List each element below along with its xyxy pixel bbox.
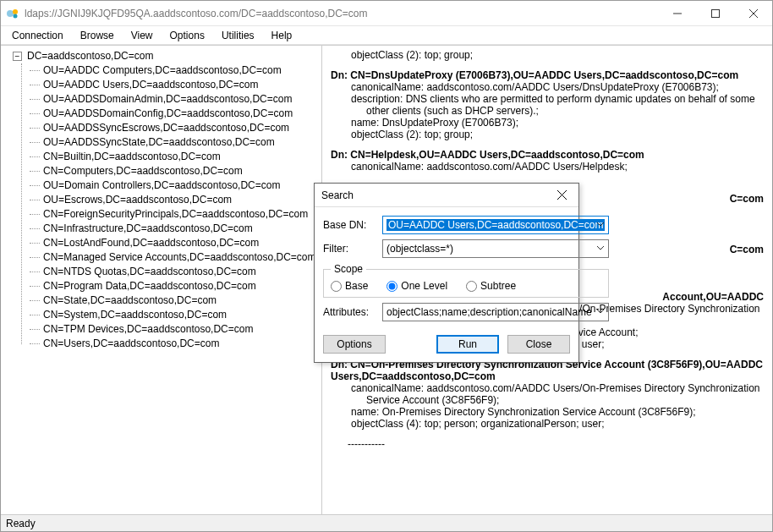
tree-item[interactable]: CN=TPM Devices,DC=aaddscontoso,DC=com xyxy=(21,322,320,337)
dialog-titlebar[interactable]: Search xyxy=(315,184,578,207)
svg-point-1 xyxy=(13,9,18,14)
chevron-down-icon xyxy=(596,220,605,228)
options-button[interactable]: Options xyxy=(323,335,386,354)
scope-legend: Scope xyxy=(331,263,366,275)
minimize-button[interactable] xyxy=(658,1,696,25)
base-dn-label: Base DN: xyxy=(323,219,379,231)
scope-radio-base[interactable]: Base xyxy=(331,280,368,292)
attr-line: description: DNS clients who are permitt… xyxy=(363,93,767,117)
dialog-close-action-button[interactable]: Close xyxy=(507,335,570,354)
tree-root-row[interactable]: − DC=aaddscontoso,DC=com xyxy=(4,49,320,63)
menu-options[interactable]: Options xyxy=(162,28,212,43)
window-title: ldaps://JGNIJ9KJQFD95QA.aaddscontoso.com… xyxy=(25,8,658,19)
close-button[interactable] xyxy=(734,1,772,25)
menubar: Connection Browse View Options Utilities… xyxy=(1,26,772,45)
tree-item[interactable]: CN=LostAndFound,DC=aaddscontoso,DC=com xyxy=(21,236,320,250)
window-controls xyxy=(658,1,772,25)
statusbar: Ready xyxy=(1,514,772,531)
result-block: Dn: CN=Helpdesk,OU=AADDC Users,DC=aaddsc… xyxy=(348,149,767,173)
scope-fieldset: Scope Base One Level Subtree xyxy=(323,263,609,298)
base-dn-combo[interactable]: OU=AADDC Users,DC=aaddscontoso,DC=com xyxy=(382,216,609,234)
tree-item[interactable]: OU=AADDC Users,DC=aaddscontoso,DC=com xyxy=(21,78,320,92)
result-block: objectClass (2): top; group; xyxy=(348,49,767,61)
tree-item[interactable]: OU=Escrows,DC=aaddscontoso,DC=com xyxy=(21,193,320,207)
dialog-close-button[interactable] xyxy=(551,185,572,206)
dialog-actions: Options Run Close xyxy=(315,328,578,362)
chevron-down-icon xyxy=(596,244,605,252)
menu-help[interactable]: Help xyxy=(264,28,300,43)
scope-radio-one-level[interactable]: One Level xyxy=(386,280,447,292)
attributes-combo[interactable]: objectClass;name;description;canonicalNa… xyxy=(382,303,609,321)
filter-value: (objectclass=*) xyxy=(386,243,453,255)
menu-browse[interactable]: Browse xyxy=(73,28,122,43)
titlebar: ldaps://JGNIJ9KJQFD95QA.aaddscontoso.com… xyxy=(1,1,772,26)
tree-item[interactable]: OU=AADDSSyncState,DC=aaddscontoso,DC=com xyxy=(21,135,320,150)
attr-line: name: On-Premises Directory Synchronizat… xyxy=(363,406,767,418)
dialog-title-text: Search xyxy=(321,189,354,201)
svg-point-2 xyxy=(14,14,18,18)
tree-item[interactable]: OU=AADDSSyncEscrows,DC=aaddscontoso,DC=c… xyxy=(21,121,320,135)
attributes-value: objectClass;name;description;canonicalNa… xyxy=(386,306,592,318)
menu-utilities[interactable]: Utilities xyxy=(214,28,262,43)
attr-line: objectClass (4): top; person; organizati… xyxy=(363,418,767,430)
attr-line: canonicalName: aaddscontoso.com/AADDC Us… xyxy=(363,81,767,93)
tree-item[interactable]: CN=Infrastructure,DC=aaddscontoso,DC=com xyxy=(21,222,320,236)
tree-item[interactable]: CN=ForeignSecurityPrincipals,DC=aaddscon… xyxy=(21,207,320,222)
tree-item[interactable]: OU=AADDC Computers,DC=aaddscontoso,DC=co… xyxy=(21,63,320,78)
attr-line: objectClass (2): top; group; xyxy=(363,129,767,140)
results-separator: ----------- xyxy=(348,438,767,450)
tree-item[interactable]: CN=NTDS Quotas,DC=aaddscontoso,DC=com xyxy=(21,265,320,279)
svg-rect-4 xyxy=(711,9,719,17)
tree-item[interactable]: CN=Builtin,DC=aaddscontoso,DC=com xyxy=(21,150,320,164)
filter-combo[interactable]: (objectclass=*) xyxy=(382,239,609,258)
maximize-button[interactable] xyxy=(696,1,734,25)
run-button[interactable]: Run xyxy=(436,335,499,354)
menu-connection[interactable]: Connection xyxy=(4,28,71,43)
tree-item[interactable]: OU=AADDSDomainAdmin,DC=aaddscontoso,DC=c… xyxy=(21,92,320,107)
base-dn-value: OU=AADDC Users,DC=aaddscontoso,DC=com xyxy=(386,219,605,231)
tree-collapse-icon[interactable]: − xyxy=(13,52,22,61)
svg-point-0 xyxy=(7,10,14,17)
menu-view[interactable]: View xyxy=(123,28,161,43)
tree-item[interactable]: OU=Domain Controllers,DC=aaddscontoso,DC… xyxy=(21,178,320,193)
dn-line: Dn: CN=Helpdesk,OU=AADDC Users,DC=aaddsc… xyxy=(331,149,767,161)
tree-item[interactable]: CN=Users,DC=aaddscontoso,DC=com xyxy=(21,337,320,351)
app-window: ldaps://JGNIJ9KJQFD95QA.aaddscontoso.com… xyxy=(0,0,773,532)
attr-line: canonicalName: aaddscontoso.com/AADDC Us… xyxy=(363,382,767,406)
tree-item[interactable]: CN=Managed Service Accounts,DC=aaddscont… xyxy=(21,250,320,265)
attributes-label: Attributes: xyxy=(323,306,379,318)
app-icon xyxy=(6,7,19,20)
search-dialog: Search Base DN: OU=AADDC Users,DC=aaddsc… xyxy=(314,183,579,363)
attr-line: name: DnsUpdateProxy (E7006B73); xyxy=(363,117,767,129)
result-block: Dn: CN=On-Premises Directory Synchroniza… xyxy=(348,359,767,430)
tree-item[interactable]: CN=Program Data,DC=aaddscontoso,DC=com xyxy=(21,279,320,293)
close-icon xyxy=(557,190,567,200)
tree-pane[interactable]: − DC=aaddscontoso,DC=com OU=AADDC Comput… xyxy=(1,46,322,514)
result-block: Dn: CN=DnsUpdateProxy (E7006B73),OU=AADD… xyxy=(348,69,767,140)
scope-radio-subtree[interactable]: Subtree xyxy=(466,280,516,292)
dn-line: Dn: CN=DnsUpdateProxy (E7006B73),OU=AADD… xyxy=(331,69,767,81)
tree-item[interactable]: CN=Computers,DC=aaddscontoso,DC=com xyxy=(21,164,320,178)
chevron-down-icon xyxy=(596,307,605,315)
tree-children: OU=AADDC Computers,DC=aaddscontoso,DC=co… xyxy=(4,63,320,351)
attr-line: objectClass (2): top; group; xyxy=(363,49,767,61)
tree-item[interactable]: CN=System,DC=aaddscontoso,DC=com xyxy=(21,308,320,322)
tree-root-label: DC=aaddscontoso,DC=com xyxy=(25,49,155,63)
filter-label: Filter: xyxy=(323,243,379,255)
dialog-body: Base DN: OU=AADDC Users,DC=aaddscontoso,… xyxy=(315,207,578,328)
tree-item[interactable]: OU=AADDSDomainConfig,DC=aaddscontoso,DC=… xyxy=(21,107,320,121)
status-text: Ready xyxy=(6,518,36,529)
attr-line: canonicalName: aaddscontoso.com/AADDC Us… xyxy=(363,161,767,173)
tree-item[interactable]: CN=State,DC=aaddscontoso,DC=com xyxy=(21,293,320,308)
